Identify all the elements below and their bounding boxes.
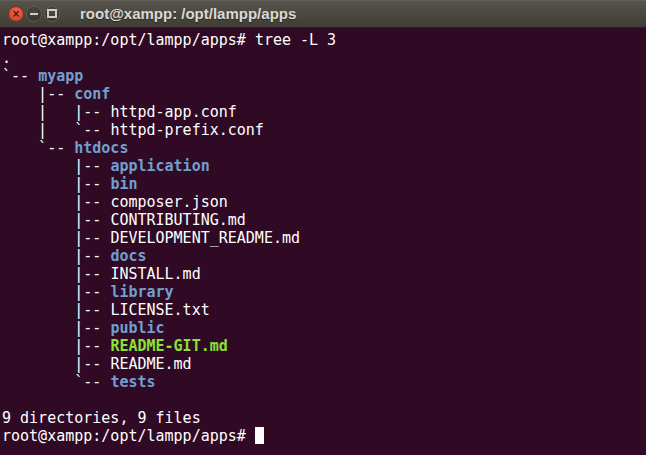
terminal-line: |-- DEVELOPMENT_README.md [2,229,646,247]
terminal-line: `-- tests [2,373,646,391]
terminal-line: |-- library [2,283,646,301]
terminal-line: . [2,49,646,67]
terminal-line: `-- myapp [2,67,646,85]
tree-branch: |-- [2,157,110,175]
terminal-line: | `-- httpd-prefix.conf [2,121,646,139]
directory-name: public [110,319,164,337]
directory-name: htdocs [74,139,128,157]
directory-name: bin [110,175,137,193]
command: tree -L 3 [255,31,336,49]
tree-branch: |-- [2,175,110,193]
directory-name: myapp [38,67,83,85]
terminal-line: |-- docs [2,247,646,265]
terminal-line: |-- application [2,157,646,175]
terminal-window: × root@xampp: /opt/lampp/apps root@xampp… [0,0,646,455]
tree-branch: |-- [2,337,110,355]
terminal-line: root@xampp:/opt/lampp/apps# tree -L 3 [2,31,646,49]
file-name: DEVELOPMENT_README.md [110,229,300,247]
tree-branch: |-- [2,265,110,283]
terminal-line: 9 directories, 9 files [2,409,646,427]
terminal-line [2,391,646,409]
maximize-button[interactable] [44,6,60,22]
terminal-cursor [255,427,264,444]
terminal-line: root@xampp:/opt/lampp/apps# [2,427,646,445]
file-name: httpd-prefix.conf [110,121,264,139]
tree-branch: |-- [2,283,110,301]
window-titlebar: × root@xampp: /opt/lampp/apps [0,0,646,28]
file-name: CONTRIBUTING.md [110,211,245,229]
directory-name: docs [110,247,146,265]
file-name: INSTALL.md [110,265,200,283]
tree-branch: `-- [2,373,110,391]
prompt: root@xampp:/opt/lampp/apps# [2,31,255,49]
tree-branch: |-- [2,301,110,319]
tree-branch: |-- [2,319,110,337]
terminal-line: |-- README-GIT.md [2,337,646,355]
directory-name: library [110,283,173,301]
tree-branch: |-- [2,211,110,229]
file-name: README-GIT.md [110,337,227,355]
directory-name: application [110,157,209,175]
file-name: README.md [110,355,191,373]
tree-branch: |-- [2,85,74,103]
minimize-icon [30,13,38,15]
terminal-line: |-- README.md [2,355,646,373]
window-title: root@xampp: /opt/lampp/apps [80,5,296,22]
tree-branch: | |-- [2,103,110,121]
file-name: LICENSE.txt [110,301,209,319]
file-name: httpd-app.conf [110,103,236,121]
terminal-line: | |-- httpd-app.conf [2,103,646,121]
terminal-line: |-- bin [2,175,646,193]
tree-branch: |-- [2,355,110,373]
terminal-output[interactable]: root@xampp:/opt/lampp/apps# tree -L 3.`-… [0,28,646,455]
prompt: root@xampp:/opt/lampp/apps# [2,427,255,445]
terminal-line: |-- public [2,319,646,337]
tree-branch: |-- [2,193,110,211]
tree-root: . [2,49,11,67]
terminal-line: |-- composer.json [2,193,646,211]
close-button[interactable]: × [8,6,24,22]
minimize-button[interactable] [26,6,42,22]
tree-branch: |-- [2,247,110,265]
tree-branch: `-- [2,139,74,157]
tree-branch: |-- [2,229,110,247]
close-icon: × [12,7,19,19]
tree-summary: 9 directories, 9 files [2,409,201,427]
terminal-line: |-- CONTRIBUTING.md [2,211,646,229]
maximize-icon [47,9,57,18]
tree-branch: `-- [2,67,38,85]
terminal-line: |-- LICENSE.txt [2,301,646,319]
terminal-line: |-- conf [2,85,646,103]
terminal-line: `-- htdocs [2,139,646,157]
directory-name: tests [110,373,155,391]
directory-name: conf [74,85,110,103]
file-name: composer.json [110,193,227,211]
terminal-line: |-- INSTALL.md [2,265,646,283]
tree-branch: | `-- [2,121,110,139]
